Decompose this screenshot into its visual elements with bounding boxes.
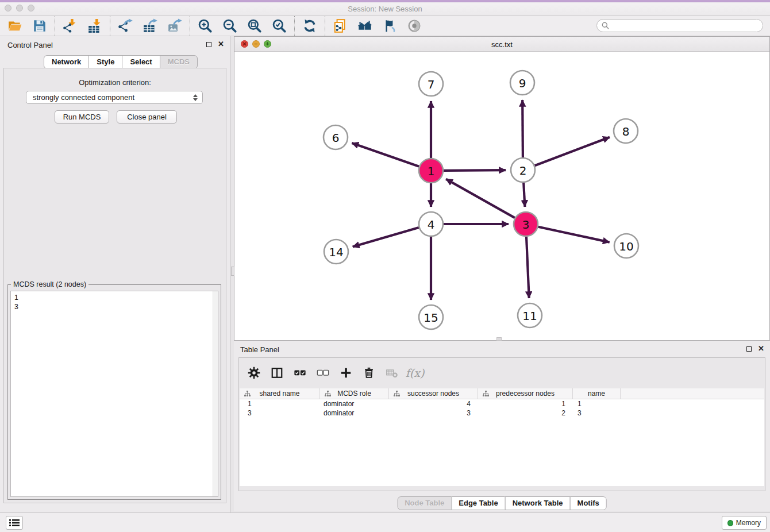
tab-edge-table[interactable]: Edge Table: [451, 496, 505, 510]
edge-3-11[interactable]: [526, 237, 529, 298]
panel-divider-grip[interactable]: [231, 267, 234, 276]
graph-node-4[interactable]: 4: [419, 212, 443, 236]
refresh-icon[interactable]: [302, 18, 317, 33]
network-view-window: ✕ − + scc.txt 7968124314101511: [234, 36, 770, 341]
graph-node-10[interactable]: 10: [614, 234, 638, 258]
column-header-successor-nodes[interactable]: successor nodes: [389, 388, 478, 399]
edge-3-10[interactable]: [538, 227, 610, 242]
cell-name[interactable]: 3: [573, 409, 621, 417]
graph-node-6[interactable]: 6: [324, 125, 348, 149]
column-header-name[interactable]: name: [573, 388, 621, 399]
mcds-result-area[interactable]: 13: [10, 291, 218, 497]
export-table-icon[interactable]: [143, 18, 157, 33]
cell-MCDS-role[interactable]: dominator: [320, 400, 389, 408]
run-mcds-button[interactable]: Run MCDS: [55, 110, 109, 124]
tab-network-table[interactable]: Network Table: [505, 496, 571, 510]
table-row[interactable]: 1dominator411: [240, 399, 764, 408]
graph-node-9[interactable]: 9: [510, 71, 534, 95]
search-icon: [602, 22, 609, 29]
control-panel-tabs: NetworkStyleSelectMCDS: [44, 55, 198, 69]
import-table-icon[interactable]: [87, 18, 102, 33]
tab-style[interactable]: Style: [88, 55, 122, 69]
cell-name[interactable]: 1: [573, 400, 621, 408]
close-table-panel-icon[interactable]: ✕: [758, 346, 764, 352]
add-column-icon[interactable]: [339, 366, 353, 380]
deselect-all-checks-icon[interactable]: [316, 366, 330, 380]
column-header-MCDS-role[interactable]: MCDS role: [320, 388, 389, 399]
home-icon[interactable]: [357, 18, 372, 33]
tab-mcds[interactable]: MCDS: [160, 55, 198, 69]
table-panel-header: Table Panel ✕: [234, 341, 770, 357]
import-network-icon[interactable]: [63, 18, 78, 33]
delete-column-icon[interactable]: [362, 366, 376, 380]
zoom-in-icon[interactable]: [198, 18, 213, 33]
window-title: Session: New Session: [0, 5, 770, 13]
edge-3-1[interactable]: [446, 179, 515, 218]
edge-1-2[interactable]: [444, 170, 506, 171]
open-session-icon[interactable]: [7, 18, 22, 33]
close-panel-icon[interactable]: ✕: [218, 41, 224, 47]
zoom-selected-icon[interactable]: [272, 18, 287, 33]
cell-MCDS-role[interactable]: dominator: [320, 409, 389, 417]
optimization-criterion-dropdown[interactable]: strongly connected component: [26, 91, 203, 104]
select-all-checks-icon[interactable]: [293, 366, 307, 380]
edge-1-6[interactable]: [352, 143, 419, 167]
tab-select[interactable]: Select: [122, 55, 160, 69]
column-header-shared-name[interactable]: shared name: [240, 388, 320, 399]
table-row[interactable]: 3dominator323: [240, 408, 764, 418]
delete-table-icon[interactable]: [385, 366, 399, 380]
style-flag-icon[interactable]: [382, 18, 397, 33]
zoom-out-icon[interactable]: [222, 18, 237, 33]
task-history-button[interactable]: [6, 516, 23, 530]
search-field[interactable]: [596, 19, 763, 32]
graph-node-2[interactable]: 2: [511, 158, 535, 182]
new-network-from-selection-icon[interactable]: [333, 18, 348, 33]
float-panel-icon[interactable]: [206, 42, 211, 47]
edge-2-9[interactable]: [522, 100, 523, 157]
graph-node-7[interactable]: 7: [419, 72, 443, 96]
mcds-result-lines: 13: [11, 291, 218, 313]
close-panel-button[interactable]: Close panel: [117, 110, 177, 124]
cell-shared-name[interactable]: 1: [240, 400, 320, 408]
result-scrollbar[interactable]: [213, 291, 218, 496]
svg-text:14: 14: [329, 245, 343, 259]
save-session-icon[interactable]: [32, 18, 47, 33]
tab-network[interactable]: Network: [44, 55, 89, 69]
edge-4-14[interactable]: [353, 228, 419, 247]
memory-label: Memory: [736, 519, 761, 527]
float-table-panel-icon[interactable]: [746, 346, 752, 352]
split-columns-icon[interactable]: [270, 366, 284, 380]
cell-predecessor-nodes[interactable]: 1: [478, 400, 573, 408]
graph-node-11[interactable]: 11: [518, 303, 542, 327]
graph-node-15[interactable]: 15: [419, 305, 443, 329]
network-canvas[interactable]: 7968124314101511: [234, 52, 769, 340]
table-toolbar: f(x): [239, 358, 422, 388]
zoom-fit-icon[interactable]: [247, 18, 262, 33]
search-input[interactable]: [612, 21, 763, 31]
graph-node-1[interactable]: 1: [419, 159, 443, 183]
svg-text:9: 9: [519, 76, 526, 90]
edge-2-8[interactable]: [535, 137, 610, 166]
graph-node-3[interactable]: 3: [514, 212, 538, 236]
cell-successor-nodes[interactable]: 3: [389, 409, 478, 417]
cell-shared-name[interactable]: 3: [240, 409, 320, 417]
settings-gear-icon[interactable]: [247, 366, 261, 380]
tab-motifs[interactable]: Motifs: [570, 496, 607, 510]
window-accent-strip: [0, 0, 770, 2]
export-network-icon[interactable]: [118, 18, 133, 33]
control-panel-header: Control Panel ✕: [0, 36, 230, 52]
edge-2-3[interactable]: [523, 183, 525, 207]
cell-successor-nodes[interactable]: 4: [389, 400, 478, 408]
hide-eye-icon[interactable]: [407, 18, 422, 33]
tab-node-table[interactable]: Node Table: [397, 496, 452, 510]
function-builder-icon[interactable]: f(x): [408, 366, 422, 380]
table-tabs: Node TableEdge TableNetwork TableMotifs: [397, 496, 607, 510]
graph-node-14[interactable]: 14: [324, 240, 348, 264]
export-image-icon[interactable]: [167, 18, 182, 33]
mcds-panel: Optimization criterion: strongly connect…: [3, 68, 226, 503]
memory-button[interactable]: Memory: [722, 516, 767, 530]
column-header-predecessor-nodes[interactable]: predecessor nodes: [478, 388, 573, 399]
control-panel: Control Panel ✕ NetworkStyleSelectMCDS O…: [0, 36, 230, 512]
graph-node-8[interactable]: 8: [614, 119, 638, 143]
cell-predecessor-nodes[interactable]: 2: [478, 409, 573, 417]
